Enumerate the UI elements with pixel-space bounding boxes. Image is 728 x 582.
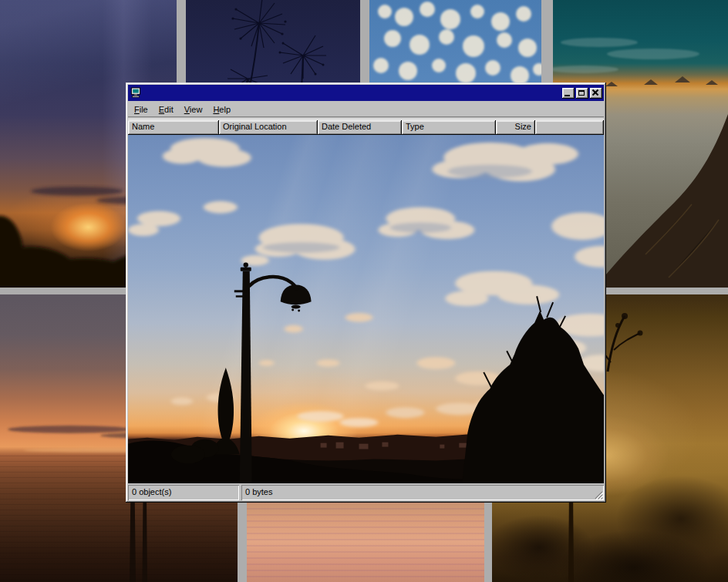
- status-size: 0 bytes: [241, 485, 604, 500]
- menu-help[interactable]: Help: [207, 103, 236, 116]
- window-controls: [561, 88, 602, 99]
- column-header-size[interactable]: Size: [496, 120, 535, 135]
- minimize-button[interactable]: [562, 88, 575, 99]
- column-header-filler[interactable]: [535, 120, 604, 135]
- column-header-original-location[interactable]: Original Location: [219, 120, 318, 135]
- menu-view[interactable]: View: [179, 103, 208, 116]
- streetlamp-sunset-photo: [128, 135, 604, 483]
- window-titlebar[interactable]: [128, 85, 604, 101]
- status-size-text: 0 bytes: [245, 487, 272, 496]
- column-header-type[interactable]: Type: [402, 120, 496, 135]
- computer-window-icon: [130, 87, 142, 99]
- menu-file[interactable]: File: [129, 103, 153, 116]
- column-header-name[interactable]: Name: [128, 120, 219, 135]
- desktop: File Edit View Help Name Original Locati…: [0, 0, 728, 582]
- maximize-button[interactable]: [576, 88, 588, 99]
- photo-silhouettes: [128, 135, 604, 483]
- status-bar: 0 object(s) 0 bytes: [128, 485, 604, 500]
- menu-separator: [128, 116, 604, 119]
- menu-edit[interactable]: Edit: [153, 103, 179, 116]
- column-header-row: Name Original Location Date Deleted Type…: [128, 120, 604, 135]
- recycle-bin-window: File Edit View Help Name Original Locati…: [126, 82, 606, 503]
- status-object-count: 0 object(s): [128, 485, 239, 500]
- resize-grip[interactable]: [593, 489, 603, 500]
- close-button[interactable]: [590, 88, 602, 99]
- menu-bar: File Edit View Help: [128, 101, 604, 116]
- file-list-area[interactable]: [128, 135, 604, 483]
- column-header-date-deleted[interactable]: Date Deleted: [318, 120, 402, 135]
